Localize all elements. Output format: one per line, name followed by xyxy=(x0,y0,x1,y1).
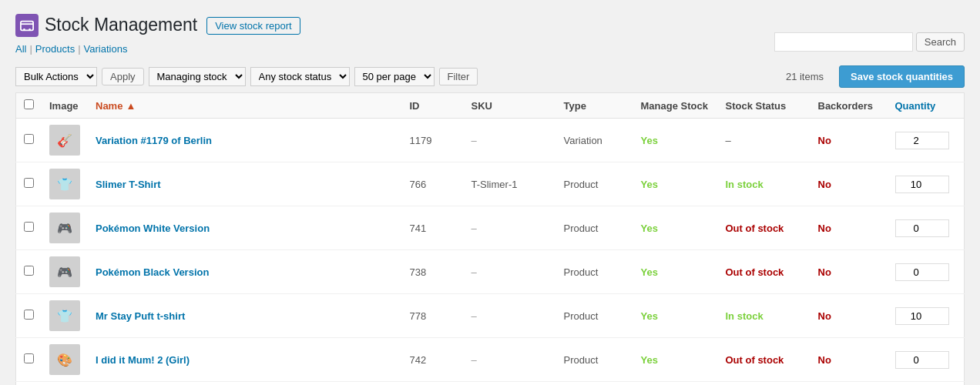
table-row: 🎸 Variation #1179 of Berlin 1179 – Varia… xyxy=(16,119,965,162)
stock-status-select[interactable]: Any stock status xyxy=(250,67,350,86)
row-checkbox-cell xyxy=(16,206,42,250)
row-image-cell: 🎸 xyxy=(42,119,88,162)
quantity-input[interactable] xyxy=(895,219,949,237)
product-image: 🎮 xyxy=(49,256,80,287)
row-checkbox-cell xyxy=(16,162,42,206)
managing-stock-select[interactable]: Managing stock xyxy=(149,67,246,86)
row-quantity-cell xyxy=(888,206,965,250)
filter-button[interactable]: Filter xyxy=(439,68,478,85)
row-checkbox[interactable] xyxy=(24,353,34,363)
product-image: 👕 xyxy=(49,169,80,199)
row-id-cell: 738 xyxy=(402,250,464,294)
row-quantity-cell xyxy=(888,338,965,382)
row-name-cell: Pokémon White Version xyxy=(88,206,402,250)
row-manage-stock-cell: Yes xyxy=(633,294,718,338)
row-backorders-cell: No xyxy=(811,119,888,162)
quantity-input[interactable] xyxy=(895,307,949,325)
select-all-checkbox[interactable] xyxy=(24,99,34,109)
row-stock-status-cell: In stock xyxy=(718,162,811,206)
row-type-cell: Variation xyxy=(556,119,633,162)
search-input[interactable] xyxy=(774,32,913,52)
subnav-all[interactable]: All xyxy=(15,43,26,55)
row-backorders-cell: No xyxy=(811,294,888,338)
row-checkbox[interactable] xyxy=(24,134,34,144)
bulk-actions-select[interactable]: Bulk Actions xyxy=(15,67,97,86)
row-type-cell: Product xyxy=(556,206,633,250)
quantity-input[interactable] xyxy=(895,132,949,149)
row-sku-cell: – xyxy=(464,338,556,382)
row-id-cell: 766 xyxy=(402,162,464,206)
filter-group: Managing stock Any stock status 50 per p… xyxy=(149,67,478,86)
row-id-cell: 741 xyxy=(402,206,464,250)
row-type-cell: Product xyxy=(556,250,633,294)
product-name-link[interactable]: Pokémon White Version xyxy=(96,223,210,234)
svg-point-2 xyxy=(29,28,31,31)
items-count: 21 items xyxy=(786,71,824,82)
row-name-cell: Mr Stay Puft t-shirt xyxy=(88,294,402,338)
table-row: 👕 Mr Stay Puft t-shirt 778 – Product Yes… xyxy=(16,294,965,338)
row-image-cell: 🎮 xyxy=(42,250,88,294)
col-header-image: Image xyxy=(42,93,88,119)
row-name-cell: Slimer T-Shirt xyxy=(88,162,402,206)
col-header-id: ID xyxy=(402,93,464,119)
row-sku-cell: – xyxy=(464,382,556,386)
product-name-link[interactable]: Pokémon Black Version xyxy=(96,266,209,278)
row-sku-cell: T-Slimer-1 xyxy=(464,162,556,206)
product-image: 🎨 xyxy=(49,344,80,375)
toolbar: Bulk Actions Apply Managing stock Any st… xyxy=(15,61,965,92)
row-manage-stock-cell: Yes xyxy=(633,162,718,206)
row-checkbox[interactable] xyxy=(24,310,34,320)
col-header-backorders: Backorders xyxy=(811,93,888,119)
page-title: Stock Management xyxy=(45,14,197,37)
row-checkbox[interactable] xyxy=(24,222,34,232)
row-image-cell: ⚔️ xyxy=(42,382,88,386)
toolbar-right: 21 items Save stock quantities xyxy=(786,65,965,88)
row-checkbox-cell xyxy=(16,338,42,382)
row-backorders-cell: No xyxy=(811,206,888,250)
product-image: 🎮 xyxy=(49,213,80,243)
svg-rect-0 xyxy=(21,22,33,31)
row-checkbox[interactable] xyxy=(24,178,34,188)
row-name-cell: I did it Mum! 2 (Girl) xyxy=(88,338,402,382)
subnav-products[interactable]: Products xyxy=(35,43,75,55)
row-quantity-cell xyxy=(888,162,965,206)
product-name-link[interactable]: Mr Stay Puft t-shirt xyxy=(96,310,185,322)
col-header-checkbox xyxy=(16,93,42,119)
product-name-link[interactable]: Variation #1179 of Berlin xyxy=(96,135,212,146)
woo-icon xyxy=(15,14,39,37)
quantity-input[interactable] xyxy=(895,351,949,369)
row-backorders-cell: No xyxy=(811,338,888,382)
row-manage-stock-cell: Yes xyxy=(633,250,718,294)
row-checkbox-cell xyxy=(16,382,42,386)
table-row: 🎮 Pokémon White Version 741 – Product Ye… xyxy=(16,206,965,250)
table-row: ⚔️ Final Fantasy Tactics A2: Grimoire of… xyxy=(16,382,965,386)
row-sku-cell: – xyxy=(464,206,556,250)
save-stock-button[interactable]: Save stock quantities xyxy=(839,65,965,88)
row-stock-status-cell: Out of stock xyxy=(718,206,811,250)
search-button[interactable]: Search xyxy=(916,32,965,52)
per-page-select[interactable]: 50 per page xyxy=(354,67,435,86)
row-quantity-cell xyxy=(888,119,965,162)
search-box: Search xyxy=(774,32,965,52)
row-type-cell: Product xyxy=(556,294,633,338)
row-manage-stock-cell: Yes xyxy=(633,338,718,382)
row-name-cell: Variation #1179 of Berlin xyxy=(88,119,402,162)
row-type-cell: Product xyxy=(556,382,633,386)
apply-button[interactable]: Apply xyxy=(102,68,144,85)
col-header-name[interactable]: Name ▲ xyxy=(88,93,402,119)
product-name-link[interactable]: I did it Mum! 2 (Girl) xyxy=(96,354,190,366)
table-row: 🎮 Pokémon Black Version 738 – Product Ye… xyxy=(16,250,965,294)
quantity-input[interactable] xyxy=(895,263,949,281)
row-quantity-cell xyxy=(888,250,965,294)
row-checkbox-cell xyxy=(16,119,42,162)
product-name-link[interactable]: Slimer T-Shirt xyxy=(96,179,161,190)
row-checkbox-cell xyxy=(16,250,42,294)
view-stock-report-link[interactable]: View stock report xyxy=(206,17,300,35)
row-backorders-cell: No xyxy=(811,382,888,386)
row-checkbox[interactable] xyxy=(24,266,34,276)
product-image: 🎸 xyxy=(49,125,80,156)
row-stock-status-cell: – xyxy=(718,119,811,162)
row-image-cell: 👕 xyxy=(42,162,88,206)
subnav-variations[interactable]: Variations xyxy=(84,43,128,55)
quantity-input[interactable] xyxy=(895,176,949,193)
